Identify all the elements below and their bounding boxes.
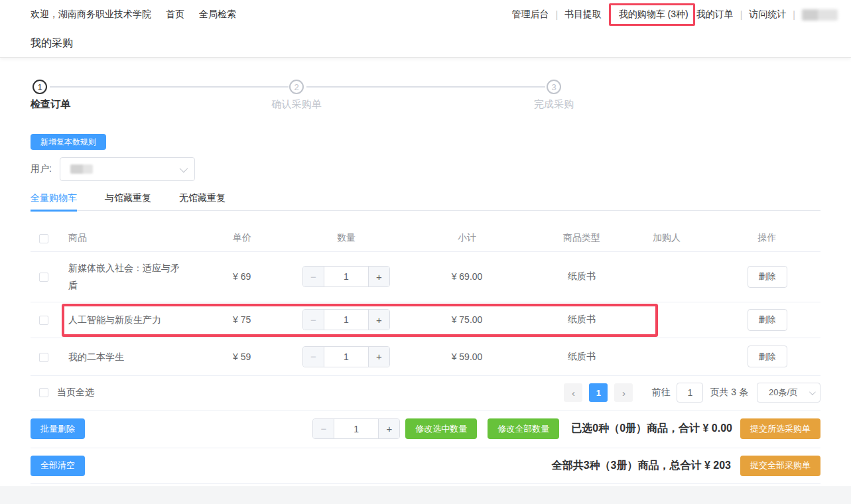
row-checkbox[interactable]: [39, 353, 48, 362]
product-type: 纸质书: [544, 302, 620, 338]
bulk-quantity-input[interactable]: [334, 419, 378, 438]
col-product: 商品: [57, 225, 222, 251]
nav-book-extract-link[interactable]: 书目提取: [564, 9, 602, 21]
product-title: 新媒体嵌入社会：适应与矛盾: [57, 251, 222, 302]
added-by: [620, 302, 714, 338]
decrease-quantity-button[interactable]: −: [303, 310, 324, 330]
step-1-circle: 1: [33, 80, 47, 94]
bulk-quantity-stepper: − +: [312, 418, 400, 439]
tab-full-cart[interactable]: 全量购物车: [31, 192, 77, 212]
nav-separator: |: [555, 9, 558, 20]
delete-button[interactable]: 删除: [748, 266, 787, 288]
col-quantity: 数量: [302, 225, 390, 251]
page-size-value: 20条/页: [769, 387, 798, 399]
submit-all-button[interactable]: 提交全部采购单: [740, 456, 820, 476]
user-select-label: 用户:: [31, 163, 60, 175]
update-selected-quantity-button[interactable]: 修改选中数量: [405, 418, 477, 439]
page-title: 我的采购: [31, 36, 73, 50]
prev-page-button[interactable]: ‹: [564, 383, 582, 402]
clear-all-button[interactable]: 全部清空: [31, 456, 85, 476]
selected-action-bar: 批量删除 − + 修改选中数量 修改全部数量 已选0种（0册）商品，合计 ¥ 0…: [31, 410, 820, 448]
decrease-quantity-button[interactable]: −: [303, 347, 324, 367]
chevron-down-icon: [809, 389, 816, 395]
step-line: [306, 86, 545, 88]
quantity-input[interactable]: [324, 347, 368, 367]
tab-duplicate-with-collection[interactable]: 与馆藏重复: [105, 192, 151, 212]
nav-cart-link[interactable]: 我的购物车 (3种): [619, 9, 688, 19]
all-summary: 全部共3种（3册）商品，总合计 ¥ 203: [552, 459, 731, 473]
current-page-button[interactable]: 1: [589, 383, 608, 402]
delete-button[interactable]: 删除: [748, 346, 787, 367]
step-3-label: 完成采购: [534, 98, 574, 111]
decrease-quantity-button[interactable]: −: [303, 267, 324, 286]
nav-home-link[interactable]: 首页: [166, 9, 184, 21]
welcome-text: 欢迎，湖南商务职业技术学院: [31, 9, 151, 21]
increase-quantity-button[interactable]: +: [368, 267, 389, 286]
product-title: 人工智能与新质生产力: [57, 302, 222, 338]
batch-delete-button[interactable]: 批量删除: [31, 418, 85, 439]
added-by: [620, 251, 714, 302]
goto-page-input[interactable]: [677, 383, 703, 403]
unit-price: ¥ 69: [222, 251, 302, 302]
step-3-circle: 3: [547, 80, 561, 94]
table-header-row: 商品 单价 数量 小计 商品类型 加购人 操作: [31, 225, 820, 251]
product-type: 纸质书: [544, 251, 620, 302]
unit-price: ¥ 75: [222, 302, 302, 338]
table-footer: 当页全选 ‹ 1 › 前往 页共 3 条 20条/页: [31, 376, 820, 410]
delete-button[interactable]: 删除: [748, 309, 787, 331]
increase-quantity-button[interactable]: +: [378, 419, 399, 438]
nav-separator: |: [793, 9, 795, 20]
submit-selected-button[interactable]: 提交所选采购单: [740, 418, 820, 439]
purchase-stepper: 1 2 3 检查订单 确认采购单 完成采购: [31, 74, 820, 115]
subtotal: ¥ 59.00: [390, 338, 544, 375]
update-all-quantity-button[interactable]: 修改全部数量: [488, 418, 559, 439]
quantity-stepper: − +: [302, 346, 390, 367]
title-bar: 我的采购: [0, 29, 851, 58]
page-size-select[interactable]: 20条/页: [757, 383, 820, 403]
nav-global-search-link[interactable]: 全局检索: [199, 9, 236, 21]
col-added-by: 加购人: [620, 225, 714, 251]
chevron-down-icon: [180, 164, 188, 173]
nav-orders-link[interactable]: 我的订单: [696, 9, 734, 21]
cart-table: 商品 单价 数量 小计 商品类型 加购人 操作 新媒体嵌入社会：适应与矛盾 ¥ …: [31, 225, 820, 376]
step-2-circle: 2: [289, 80, 304, 94]
product-type: 纸质书: [544, 338, 620, 375]
nav-visit-stats-link[interactable]: 访问统计: [749, 9, 786, 21]
quantity-input[interactable]: [324, 267, 368, 286]
all-action-bar: 全部清空 全部共3种（3册）商品，总合计 ¥ 203 提交全部采购单: [31, 448, 820, 484]
select-all-label: 当页全选: [57, 387, 94, 399]
select-all-header-checkbox[interactable]: [39, 234, 48, 243]
increase-quantity-button[interactable]: +: [368, 310, 389, 330]
total-count-label: 页共 3 条: [710, 387, 748, 399]
pagination: ‹ 1 › 前往 页共 3 条 20条/页: [564, 383, 820, 403]
tab-no-duplicate-with-collection[interactable]: 无馆藏重复: [179, 192, 226, 212]
quantity-stepper: − +: [302, 309, 390, 330]
unit-price: ¥ 59: [222, 338, 302, 375]
nav-admin-link[interactable]: 管理后台: [511, 9, 549, 21]
row-checkbox[interactable]: [39, 273, 48, 282]
row-checkbox[interactable]: [39, 316, 48, 325]
quantity-input[interactable]: [324, 310, 368, 330]
col-subtotal: 小计: [390, 225, 544, 251]
col-product-type: 商品类型: [544, 225, 620, 251]
table-row: 新媒体嵌入社会：适应与矛盾 ¥ 69 − + ¥ 69.00 纸质书 删除: [31, 251, 820, 302]
add-copy-rule-button[interactable]: 新增复本数规则: [31, 134, 106, 150]
nav-separator: |: [740, 9, 743, 20]
next-page-button[interactable]: ›: [614, 383, 633, 402]
selected-summary: 已选0种（0册）商品，合计 ¥ 0.00: [571, 422, 732, 436]
quantity-stepper: − +: [302, 266, 390, 287]
subtotal: ¥ 75.00: [390, 302, 544, 338]
user-select[interactable]: [60, 157, 195, 181]
added-by: [620, 338, 714, 375]
table-row: 我的二本学生 ¥ 59 − + ¥ 59.00 纸质书 删除: [31, 338, 820, 375]
col-action: 操作: [714, 225, 820, 251]
select-all-page-checkbox[interactable]: [39, 388, 48, 397]
top-nav: 欢迎，湖南商务职业技术学院 首页 全局检索 管理后台 | 书目提取 | 我的购物…: [0, 0, 851, 29]
decrease-quantity-button[interactable]: −: [313, 419, 334, 438]
table-row: 人工智能与新质生产力 ¥ 75 − + ¥ 75.00 纸质书 删除: [31, 302, 820, 338]
step-1-label: 检查订单: [31, 98, 70, 111]
increase-quantity-button[interactable]: +: [368, 347, 389, 367]
nav-separator: |: [608, 9, 611, 20]
step-2-label: 确认采购单: [272, 98, 322, 111]
redacted-user-value: [70, 164, 93, 174]
